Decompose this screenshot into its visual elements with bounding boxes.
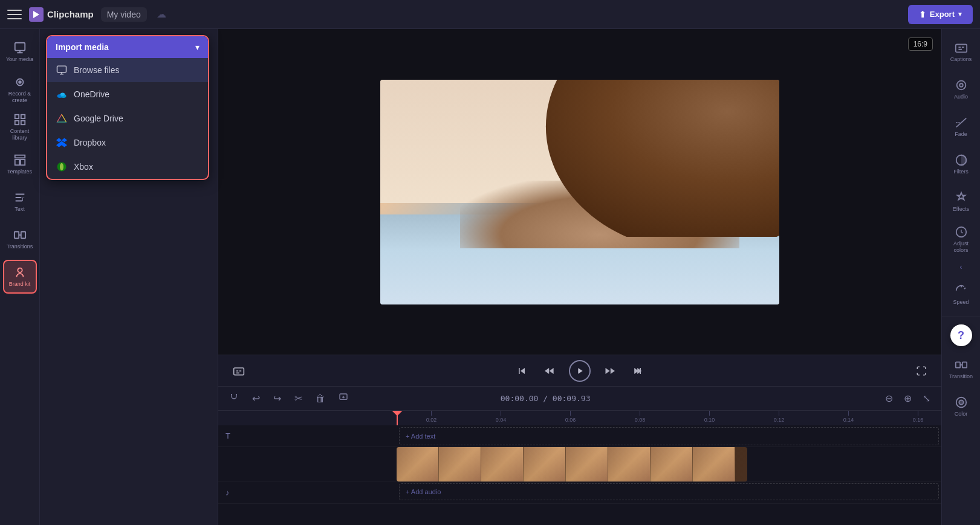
right-tool-transition[interactable]: Transition: [944, 352, 978, 386]
sidebar-label-text: Text: [15, 206, 25, 213]
svg-point-34: [959, 400, 963, 404]
sidebar-item-record-create[interactable]: Record &create: [3, 72, 37, 106]
ruler-mark-4: 0:10: [675, 411, 744, 423]
audio-track-content: + Add audio: [397, 482, 941, 503]
sidebar-item-brand-kit[interactable]: Brand kit: [3, 260, 37, 294]
video-thumb-4: [524, 447, 566, 482]
add-to-timeline-button[interactable]: [335, 390, 352, 407]
sidebar-item-text[interactable]: T Text: [3, 185, 37, 219]
logo-icon: [29, 7, 44, 22]
video-frame: [380, 80, 779, 304]
ruler-mark-5: 0:12: [744, 411, 814, 423]
fullscreen-button[interactable]: [913, 363, 929, 379]
panel-area: Import media ▾ Browse files OneDrive Go: [40, 29, 218, 525]
sidebar-label-brand-kit: Brand kit: [9, 281, 31, 288]
video-clip[interactable]: [397, 447, 747, 482]
filters-label: Filters: [953, 169, 969, 175]
svg-rect-7: [21, 121, 24, 124]
svg-rect-4: [15, 114, 18, 118]
import-chevron-icon: ▾: [195, 42, 200, 52]
google-drive-label: Google Drive: [74, 114, 123, 123]
right-tool-filters[interactable]: Filters: [944, 147, 978, 181]
app-logo[interactable]: Clipchamp: [29, 7, 94, 22]
right-sidebar: Captions Audio Fade Filters Effects Adju…: [941, 29, 980, 525]
menu-button[interactable]: [7, 7, 22, 22]
zoom-in-button[interactable]: ⊕: [900, 390, 915, 407]
import-button-label: Import media: [56, 42, 109, 52]
export-label: Export: [930, 10, 955, 19]
text-icon: T: [226, 431, 230, 440]
svg-rect-6: [15, 121, 18, 124]
import-menu-item-googledrive[interactable]: Google Drive: [47, 106, 208, 130]
speed-label: Speed: [953, 299, 969, 306]
sidebar-item-your-media[interactable]: Your media: [3, 35, 37, 69]
project-name[interactable]: My video: [101, 7, 147, 22]
forward-button[interactable]: [602, 362, 618, 379]
ruler-track: 0:02 0:04 0:06 0:08: [397, 411, 941, 423]
svg-rect-5: [21, 114, 24, 118]
import-menu-item-browse[interactable]: Browse files: [47, 58, 208, 82]
sidebar-label-templates: Templates: [7, 169, 32, 175]
zoom-controls: ⊖ ⊕ ⤡: [881, 390, 934, 407]
add-audio-button[interactable]: + Add audio: [399, 483, 939, 500]
dropbox-icon: [56, 137, 68, 149]
sidebar-label-transitions: Transitions: [7, 243, 33, 250]
onedrive-label: OneDrive: [74, 89, 109, 99]
cut-button[interactable]: ✂: [291, 390, 306, 407]
ruler-mark-2: 0:06: [536, 411, 605, 423]
sidebar-item-templates[interactable]: Templates: [3, 147, 37, 181]
sidebar-label-your-media: Your media: [6, 56, 33, 63]
collapse-right-sidebar[interactable]: ‹: [954, 260, 969, 274]
right-tool-captions[interactable]: Captions: [944, 35, 978, 69]
video-track-content: [397, 447, 941, 482]
svg-rect-8: [15, 155, 25, 158]
redo-button[interactable]: ↪: [270, 390, 285, 407]
undo-button[interactable]: ↩: [248, 390, 264, 407]
skip-back-button[interactable]: [513, 362, 530, 379]
zoom-out-button[interactable]: ⊖: [881, 390, 897, 407]
right-tool-speed[interactable]: Speed: [944, 278, 978, 312]
fit-timeline-button[interactable]: ⤡: [919, 390, 934, 407]
sidebar-item-content-library[interactable]: Content library: [3, 110, 37, 144]
svg-rect-12: [14, 232, 18, 239]
app-name: Clipchamp: [47, 9, 94, 19]
captions-toggle-button[interactable]: [230, 362, 247, 379]
ruler-mark-7: 0:16: [883, 411, 941, 423]
text-track-label: T: [218, 431, 397, 440]
audio-track-row: ♪ + Add audio: [218, 482, 941, 504]
play-button[interactable]: [569, 360, 591, 382]
ruler-mark-0: 0:02: [397, 411, 466, 423]
playhead[interactable]: [397, 411, 398, 425]
import-menu-item-dropbox[interactable]: Dropbox: [47, 130, 208, 155]
video-thumb-6: [608, 447, 651, 482]
svg-rect-26: [955, 45, 966, 53]
time-separator: /: [543, 394, 553, 403]
add-text-button[interactable]: + Add text: [399, 427, 939, 445]
skip-forward-button[interactable]: [629, 362, 646, 379]
right-tool-adjust-colors[interactable]: Adjustcolors: [944, 222, 978, 256]
export-button[interactable]: ⬆ Export ▾: [908, 5, 973, 24]
adjust-colors-label: Adjustcolors: [953, 240, 969, 254]
delete-button[interactable]: 🗑: [312, 391, 329, 407]
time-display: 00:00.00 / 00:09.93: [501, 394, 591, 403]
import-media-button[interactable]: Import media ▾: [47, 36, 208, 58]
right-tool-effects[interactable]: Effects: [944, 185, 978, 219]
topbar-right: ⬆ Export ▾: [908, 5, 973, 24]
export-icon: ⬆: [919, 10, 926, 19]
import-menu-item-xbox[interactable]: Xbox: [47, 155, 208, 179]
import-menu-item-onedrive[interactable]: OneDrive: [47, 82, 208, 106]
right-sidebar-divider: [942, 317, 980, 317]
right-tool-fade[interactable]: Fade: [944, 110, 978, 144]
transition-label: Transition: [949, 373, 973, 380]
right-tool-color[interactable]: Color: [944, 390, 978, 424]
magnet-tool-button[interactable]: [226, 390, 242, 407]
transport-left-controls: [230, 362, 247, 379]
sidebar-item-transitions[interactable]: Transitions: [3, 222, 37, 256]
help-button[interactable]: ?: [950, 324, 972, 346]
right-tool-audio[interactable]: Audio: [944, 72, 978, 106]
topbar: Clipchamp My video ☁ ⬆ Export ▾: [0, 0, 980, 29]
rewind-button[interactable]: [541, 362, 558, 379]
add-text-label: + Add text: [406, 433, 435, 440]
left-sidebar: Your media Record &create Content librar…: [0, 29, 40, 525]
video-thumb-1: [397, 447, 439, 482]
